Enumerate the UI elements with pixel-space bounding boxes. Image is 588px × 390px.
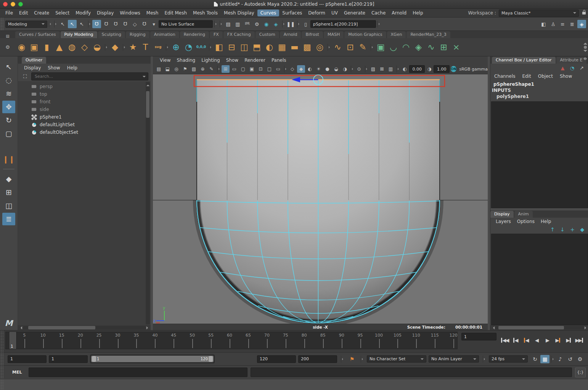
menu-create[interactable]: Create [31, 10, 52, 16]
safe-action-icon[interactable]: □ [265, 65, 273, 73]
menu-arnold[interactable]: Arnold [389, 10, 410, 16]
color-management-toggle[interactable]: ON [451, 66, 456, 72]
animation-preferences-icon[interactable]: ⚙ [575, 355, 585, 363]
menu-help[interactable]: Help [410, 10, 426, 16]
image-plane-icon[interactable]: ▧ [190, 65, 198, 73]
script-editor-button[interactable]: {;} [575, 368, 586, 377]
workspace-lock-icon[interactable] [582, 12, 586, 14]
character-controls-toggle-icon[interactable]: ♙ [549, 20, 557, 28]
step-forward-key-button[interactable]: ▶ [553, 336, 563, 345]
outliner-item-top[interactable]: top [18, 90, 151, 98]
channel-graph-icon[interactable]: ↗ [577, 64, 586, 72]
pencil-curve-icon[interactable]: ✎ [357, 40, 369, 54]
menu-generate[interactable]: Generate [341, 10, 368, 16]
layer-move-up-icon[interactable]: ↑ [548, 225, 557, 234]
outliner-hscrollbar[interactable] [18, 325, 151, 330]
shelf-scroll-up-icon[interactable] [583, 41, 587, 45]
tab-sculpting[interactable]: Sculpting [98, 31, 125, 38]
live-surface-menu-icon[interactable]: ▾ [149, 20, 158, 28]
bookmark-icon[interactable]: ⚑ [181, 65, 189, 73]
snap-to-point-icon[interactable]: Ω [111, 20, 120, 28]
grid-toggle-icon[interactable]: ⊞ [222, 65, 230, 73]
select-tool-icon[interactable]: ↖ [2, 61, 15, 73]
tab-poly-modeling[interactable]: Poly Modeling [61, 31, 97, 38]
menu-shading[interactable]: Shading [174, 57, 198, 64]
menu-show[interactable]: Show [557, 73, 575, 80]
render-settings-icon[interactable]: ⚙ [252, 20, 261, 28]
channel-box-tab[interactable]: Channel Box / Layer Editor [492, 57, 556, 64]
attribute-editor-toggle-icon[interactable]: ≣ [568, 20, 577, 28]
poly-cube-icon[interactable]: ▣ [28, 40, 40, 54]
select-camera-icon[interactable]: ▤ [155, 65, 163, 73]
menu-uv[interactable]: UV [328, 10, 341, 16]
current-time-indicator[interactable]: 1 [10, 332, 16, 349]
menu-object[interactable]: Object [535, 73, 556, 80]
outliner-item-defaultobjectset[interactable]: defaultObjectSet [18, 128, 151, 136]
smooth-icon[interactable]: ◎ [314, 40, 326, 54]
layer-new-empty-icon[interactable]: + [568, 225, 577, 234]
combine-icon[interactable]: ◧ [213, 40, 225, 54]
layout-four-pane-icon[interactable]: ⊞ [2, 186, 15, 199]
playback-start-field[interactable]: 1 [49, 355, 88, 363]
make-live-icon[interactable]: Ω [140, 20, 149, 28]
scroll-right-icon[interactable] [146, 326, 149, 329]
menu-select[interactable]: Select [52, 10, 72, 16]
isolate-select-icon[interactable]: ⊙ [355, 65, 363, 73]
menu-modify[interactable]: Modify [72, 10, 94, 16]
layer-move-down-icon[interactable]: ↓ [558, 225, 567, 234]
film-gate-icon[interactable]: ▭ [230, 65, 238, 73]
menu-renderer[interactable]: Renderer [241, 57, 268, 64]
scroll-thumb[interactable] [146, 91, 149, 118]
channel-box-input-node[interactable]: polySphere1 [490, 93, 588, 101]
scroll-left-icon[interactable] [492, 326, 495, 329]
poly-torus-icon[interactable]: ◍ [66, 40, 78, 54]
select-by-hierarchy-icon[interactable]: ↖ [58, 20, 67, 28]
xgen-groom-icon[interactable]: ◡ [387, 40, 399, 54]
smooth-shade-mode-icon[interactable]: ◆ [297, 65, 305, 73]
tab-rigging[interactable]: Rigging [126, 31, 149, 38]
menu-mesh-display[interactable]: Mesh Display [221, 10, 257, 16]
close-window-button[interactable] [3, 2, 8, 6]
play-forwards-button[interactable]: ▶ [542, 336, 552, 345]
reduce-icon[interactable]: ▩ [301, 40, 313, 54]
xgen-clump-icon[interactable]: ◠ [400, 40, 412, 54]
select-by-object-icon[interactable]: ↖ [68, 20, 77, 28]
tab-fx-caching[interactable]: FX Caching [223, 31, 255, 38]
lights-mode-icon[interactable]: ☀ [315, 65, 323, 73]
menu-curves[interactable]: Curves [257, 10, 280, 16]
menu-lighting[interactable]: Lighting [198, 57, 223, 64]
sweep-mesh-icon[interactable]: ★ [127, 40, 139, 54]
range-grip[interactable] [0, 353, 4, 365]
extrude-icon[interactable]: ⬒ [251, 40, 263, 54]
poly-cylinder-icon[interactable]: ▮ [41, 40, 53, 54]
resolution-gate-icon[interactable]: ▢ [239, 65, 247, 73]
outliner-search-input[interactable] [34, 74, 143, 79]
step-back-frame-button[interactable]: ◀ [510, 336, 520, 345]
scroll-left-icon[interactable] [19, 326, 22, 329]
poly-disc-icon[interactable]: ◒ [91, 40, 103, 54]
xgen-preview-icon[interactable]: × [450, 40, 462, 54]
boolean-icon[interactable]: ◫ [238, 40, 250, 54]
menu-windows[interactable]: Windows [117, 10, 143, 16]
menu-help[interactable]: Help [538, 218, 554, 225]
snap-to-curve-icon[interactable]: Ω [102, 20, 111, 28]
outliner-item-defaultlightset[interactable]: defaultLightSet [18, 121, 151, 128]
layout-outliner-persp-icon[interactable]: ≣ [2, 213, 15, 225]
bridge-icon[interactable]: ▦ [276, 40, 288, 54]
textured-mode-icon[interactable]: ◐ [306, 65, 314, 73]
time-slider[interactable]: 5101520253035404550556065707580859095100… [5, 332, 458, 349]
tab-display[interactable]: Display [490, 211, 514, 218]
step-forward-frame-button[interactable]: ▶ [564, 336, 574, 345]
lasso-select-tool-icon[interactable]: ◌ [2, 74, 15, 87]
animation-start-field[interactable]: 1 [8, 355, 47, 363]
xgen-wave-icon[interactable]: ∿ [425, 40, 437, 54]
menu-help[interactable]: Help [64, 64, 80, 71]
tab-scroll-left-icon[interactable] [582, 57, 585, 60]
tab-custom[interactable]: Custom [255, 31, 279, 38]
2d-pan-zoom-icon[interactable]: ⊕ [199, 65, 207, 73]
playblast-icon[interactable]: ▦ [540, 355, 549, 363]
quick-selection-field[interactable]: pSphere1.e[200:219] [310, 20, 376, 28]
tab-mash[interactable]: MASH [324, 31, 344, 38]
menu-channels[interactable]: Channels [491, 73, 519, 80]
go-to-start-button[interactable]: ◀◀ [500, 336, 509, 345]
